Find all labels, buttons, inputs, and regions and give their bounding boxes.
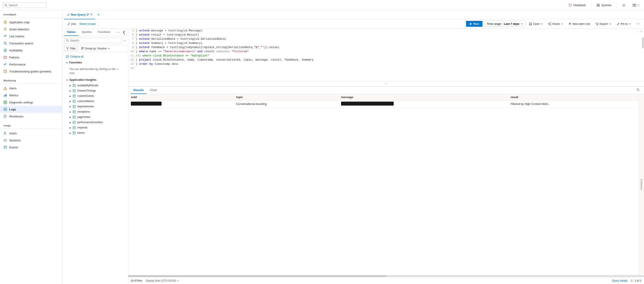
table-item-page-views[interactable]: pageViews bbox=[62, 114, 128, 120]
tab-label: New Query 1* bbox=[71, 13, 89, 16]
table-item-availability[interactable]: availabilityResults bbox=[62, 83, 128, 88]
results-tab[interactable]: Results bbox=[131, 87, 146, 94]
sidebar-item-performance[interactable]: Performance bbox=[0, 61, 62, 68]
query-tab-1[interactable]: New Query 1* ✕ bbox=[64, 11, 95, 19]
more-options-button[interactable]: ··· bbox=[634, 21, 641, 27]
table-item-traces[interactable]: traces bbox=[62, 130, 128, 135]
expand-icon bbox=[70, 126, 71, 129]
usage-section: Usage bbox=[0, 122, 62, 128]
table-icon bbox=[73, 126, 76, 129]
col-topic: topic bbox=[234, 94, 338, 100]
sidebar-item-diagnostic[interactable]: Diagnostic settings bbox=[0, 99, 62, 106]
settings-button[interactable] bbox=[620, 3, 627, 8]
tables-tab-more[interactable]: ··· bbox=[116, 30, 121, 35]
queries-button[interactable]: Queries bbox=[595, 3, 613, 8]
sidebar-item-live-metrics[interactable]: Live metrics bbox=[0, 33, 62, 40]
sidebar-item-application-map[interactable]: Application map bbox=[0, 19, 62, 26]
sidebar-item-transaction-search[interactable]: Transaction search bbox=[0, 40, 62, 47]
share-button[interactable]: Share bbox=[546, 21, 565, 27]
line-number: 5 bbox=[128, 29, 135, 33]
code-editor[interactable]: 5 | extend message = tostring(cd.Message… bbox=[128, 29, 644, 81]
scope-selector[interactable]: pva bbox=[65, 21, 78, 26]
search-icon bbox=[4, 4, 8, 7]
tab-queries[interactable]: Queries bbox=[79, 29, 94, 36]
chevron-group-icon bbox=[108, 47, 110, 50]
main-layout: Investigate Application map Smart detect… bbox=[0, 11, 644, 284]
svg-point-63 bbox=[124, 40, 124, 41]
table-item-exceptions[interactable]: exceptions bbox=[62, 109, 128, 114]
table-item-requests[interactable]: requests bbox=[62, 125, 128, 130]
sidebar-item-sessions[interactable]: Sessions bbox=[0, 137, 62, 144]
pin-icon bbox=[67, 22, 70, 26]
tab-functions[interactable]: Functions bbox=[95, 29, 113, 36]
sidebar-item-alerts[interactable]: Alerts bbox=[0, 85, 62, 92]
svg-rect-51 bbox=[530, 23, 531, 24]
collapse-all-button[interactable]: Collapse all bbox=[62, 54, 128, 60]
tables-search-input[interactable] bbox=[70, 39, 120, 42]
sidebar-item-label: Logs bbox=[9, 108, 16, 111]
save-button[interactable]: Save bbox=[527, 21, 545, 27]
tab-close-button[interactable]: ✕ bbox=[90, 13, 92, 16]
results-scroll-indicator[interactable] bbox=[128, 275, 644, 277]
sidebar-item-availability[interactable]: Availability bbox=[0, 47, 62, 54]
sidebar-item-troubleshooting[interactable]: Troubleshooting guides (preview) bbox=[0, 68, 62, 75]
display-time-selector[interactable]: Display time (UTC+00:00) bbox=[146, 279, 179, 282]
table-item-custom-metrics[interactable]: customMetrics bbox=[62, 99, 128, 104]
group-by-button[interactable]: Group by: Solution bbox=[80, 46, 112, 51]
table-item-perf-counters[interactable]: performanceCounters bbox=[62, 120, 128, 125]
svg-rect-18 bbox=[4, 56, 7, 58]
tab-bar: New Query 1* ✕ + bbox=[62, 11, 644, 19]
svg-point-53 bbox=[550, 22, 551, 23]
code-content: //| where cloud_RoleInstance == "myCopil… bbox=[135, 54, 644, 58]
run-button[interactable]: Run bbox=[466, 21, 482, 27]
sidebar-item-logs[interactable]: Logs bbox=[0, 106, 62, 113]
editor-table: 5 | extend message = tostring(cd.Message… bbox=[128, 29, 644, 70]
collapse-right-button[interactable]: — bbox=[636, 30, 638, 33]
cell-result: Filtered by High Content Mod... bbox=[508, 100, 639, 108]
global-search-input[interactable] bbox=[9, 4, 44, 7]
collapse-editor-button[interactable]: ⌃ bbox=[640, 30, 642, 34]
table-name: customEvents bbox=[78, 94, 94, 97]
app-insights-header[interactable]: Application Insights bbox=[62, 77, 128, 83]
filter-button[interactable]: Filter bbox=[64, 46, 78, 51]
expand-icon bbox=[70, 89, 71, 92]
table-name: traces bbox=[78, 131, 84, 134]
sidebar-item-workbooks[interactable]: Workbooks bbox=[0, 113, 62, 120]
time-range-button[interactable]: Time range : Last 7 days bbox=[484, 21, 525, 27]
collapse-panel-button[interactable]: ❮ bbox=[122, 29, 126, 35]
svg-rect-44 bbox=[4, 146, 6, 148]
new-alert-button[interactable]: New alert rule bbox=[566, 21, 592, 27]
pin-to-button[interactable]: Pin to bbox=[615, 21, 633, 27]
chevron-down-save-icon bbox=[540, 23, 543, 25]
sidebar-item-events[interactable]: Events bbox=[0, 144, 62, 151]
chart-tab[interactable]: Chart bbox=[147, 87, 160, 94]
table-item-dependencies[interactable]: dependencies bbox=[62, 104, 128, 109]
global-search-box[interactable] bbox=[3, 3, 46, 8]
sidebar-item-users[interactable]: Users bbox=[0, 130, 62, 137]
heart-icon bbox=[568, 4, 572, 7]
sidebar-item-failures[interactable]: Failures bbox=[0, 54, 62, 61]
sidebar-item-metrics[interactable]: Metrics bbox=[0, 92, 62, 99]
columns-button[interactable]: Columns bbox=[639, 94, 644, 275]
tables-search-box[interactable] bbox=[64, 38, 122, 43]
sidebar-item-smart-detection[interactable]: Smart detection bbox=[0, 26, 62, 33]
export-button[interactable]: Export bbox=[594, 21, 613, 27]
middle-row: Tables Queries Functions ··· ❮ bbox=[62, 29, 644, 284]
tab-tables[interactable]: Tables bbox=[64, 29, 78, 36]
layout-button[interactable] bbox=[631, 3, 641, 8]
table-item-browser[interactable]: browserTimings bbox=[62, 88, 128, 93]
cell-topic: Conversational boosting bbox=[234, 100, 338, 108]
table-item-custom-events[interactable]: customEvents bbox=[62, 93, 128, 99]
add-tab-button[interactable]: + bbox=[96, 13, 101, 17]
table-row[interactable]: Conversational boosting Filtered by High… bbox=[128, 100, 639, 108]
favorites-section-header[interactable]: Favorites bbox=[62, 60, 128, 65]
select-scope-link[interactable]: Select scope bbox=[79, 22, 96, 26]
results-search-button[interactable] bbox=[635, 87, 641, 94]
divider bbox=[591, 3, 591, 8]
show-more-code-button[interactable]: ··· bbox=[128, 81, 644, 87]
more-search-icon[interactable] bbox=[123, 39, 126, 42]
feedback-button[interactable]: Feedback bbox=[566, 3, 588, 8]
query-details-button[interactable]: Query details bbox=[612, 279, 628, 282]
table-icon bbox=[73, 121, 76, 124]
svg-rect-87 bbox=[73, 110, 76, 113]
